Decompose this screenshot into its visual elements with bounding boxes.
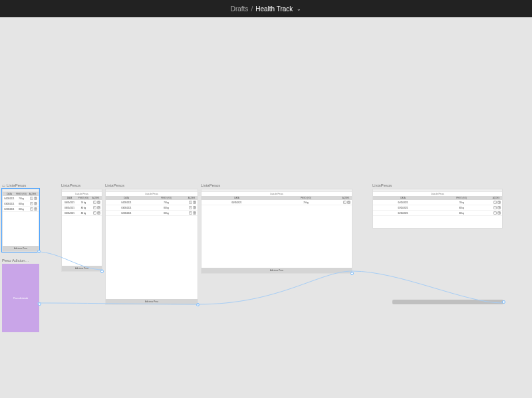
artboard-title[interactable]: ListaPesos	[61, 183, 102, 187]
edit-icon[interactable]: ✎	[343, 201, 346, 204]
table-row: 04/05/2021 79 kg ✎ 🗑	[373, 200, 502, 205]
artboard-title[interactable]: ListaPesos	[105, 183, 198, 187]
delete-icon[interactable]: 🗑	[193, 201, 196, 204]
edit-icon[interactable]: ✎	[93, 211, 96, 215]
delete-icon[interactable]: 🗑	[497, 206, 501, 209]
artboard-listapesos-4[interactable]: ListaPesos Lista de Pesos DATA PESO (KG)…	[201, 183, 352, 274]
prototype-port[interactable]	[350, 272, 354, 275]
delete-icon[interactable]: 🗑	[97, 201, 100, 204]
table-row: 02/05/2021 80 kg ✎ 🗑	[373, 211, 502, 216]
edit-icon[interactable]: ✎	[493, 206, 497, 209]
edit-icon[interactable]: ✎	[30, 207, 33, 211]
artboard-title[interactable]: ▭ ListaPesos	[2, 183, 39, 187]
table-row: 03/05/2021 80 kg ✎ 🗑	[3, 201, 39, 207]
edit-icon[interactable]: ✎	[493, 201, 497, 204]
prototype-port[interactable]	[100, 270, 104, 273]
table-row: 02/05/2021 80 kg ✎ 🗑	[106, 211, 198, 216]
table-row: 04/05/2021 79 kg ✎ 🗑	[62, 200, 102, 205]
delete-icon[interactable]: 🗑	[497, 201, 501, 204]
delete-icon[interactable]: 🗑	[34, 202, 37, 205]
breadcrumb-separator: /	[251, 5, 253, 13]
add-peso-button[interactable]: Adicionar Peso	[201, 268, 352, 273]
edit-icon[interactable]: ✎	[93, 206, 96, 209]
device-icon: ▭	[2, 183, 5, 187]
artboard-peso-adicionado[interactable]: Peso Adicion… Peso adicionado	[2, 258, 39, 332]
footer-bar-element[interactable]	[392, 300, 503, 304]
delete-icon[interactable]: 🗑	[193, 211, 196, 215]
top-bar: Drafts / Health Track ⌄	[0, 0, 532, 17]
edit-icon[interactable]: ✎	[189, 201, 192, 204]
table-row: 02/05/2021 80 kg ✎ 🗑	[62, 211, 102, 216]
artboard-listapesos-1[interactable]: ▭ ListaPesos DATA PESO (KG) AÇÕES 04/05/…	[2, 183, 39, 252]
edit-icon[interactable]: ✎	[189, 206, 192, 209]
table-row: 02/05/2021 80 kg ✎ 🗑	[3, 207, 39, 212]
prototype-port[interactable]	[37, 250, 41, 253]
artboard-listapesos-3[interactable]: ListaPesos Lista de Pesos DATA PESO (KG)…	[105, 183, 198, 305]
delete-icon[interactable]: 🗑	[97, 211, 100, 215]
artboard-title[interactable]: Peso Adicion…	[2, 258, 39, 262]
modal-text: Peso adicionado	[2, 264, 39, 332]
edit-icon[interactable]: ✎	[493, 211, 497, 215]
add-peso-button[interactable]: Adicionar Peso	[62, 266, 102, 271]
breadcrumb-parent[interactable]: Drafts	[231, 5, 249, 13]
artboard-listapesos-2[interactable]: ListaPesos Lista de Pesos DATA PESO (KG)…	[61, 183, 102, 272]
prototype-port[interactable]	[502, 300, 505, 304]
artboard-title[interactable]: ListaPesos	[372, 183, 503, 187]
breadcrumb-current[interactable]: Health Track	[255, 5, 293, 13]
edit-icon[interactable]: ✎	[93, 201, 96, 204]
table-row: 03/05/2021 80 kg ✎ 🗑	[106, 205, 198, 211]
delete-icon[interactable]: 🗑	[193, 206, 196, 209]
delete-icon[interactable]: 🗑	[497, 211, 501, 215]
table-row: 04/05/2021 79 kg ✎ 🗑	[3, 196, 39, 201]
table-row: 04/05/2021 79 kg ✎ 🗑	[106, 200, 198, 205]
design-canvas[interactable]: ▭ ListaPesos DATA PESO (KG) AÇÕES 04/05/…	[0, 17, 532, 398]
add-peso-button[interactable]: Adicionar Peso	[3, 246, 39, 251]
delete-icon[interactable]: 🗑	[34, 207, 37, 211]
add-peso-button[interactable]: Adicionar Peso	[106, 299, 198, 304]
table-row: 03/05/2021 80 kg ✎ 🗑	[373, 205, 502, 211]
artboard-listapesos-5[interactable]: ListaPesos Lista de Pesos DATA PESO (KG)…	[372, 183, 503, 229]
breadcrumb: Drafts / Health Track ⌄	[231, 5, 302, 13]
edit-icon[interactable]: ✎	[30, 202, 33, 205]
prototype-port[interactable]	[38, 302, 41, 306]
artboard-title[interactable]: ListaPesos	[201, 183, 352, 187]
table-row: 03/05/2021 80 kg ✎ 🗑	[62, 205, 102, 211]
table-row: 04/05/2021 79 kg ✎ 🗑	[201, 200, 352, 205]
edit-icon[interactable]: ✎	[189, 211, 192, 215]
delete-icon[interactable]: 🗑	[34, 197, 37, 200]
delete-icon[interactable]: 🗑	[97, 206, 100, 209]
edit-icon[interactable]: ✎	[30, 197, 33, 200]
delete-icon[interactable]: 🗑	[347, 201, 350, 204]
chevron-down-icon[interactable]: ⌄	[297, 6, 301, 12]
prototype-port[interactable]	[196, 303, 200, 306]
